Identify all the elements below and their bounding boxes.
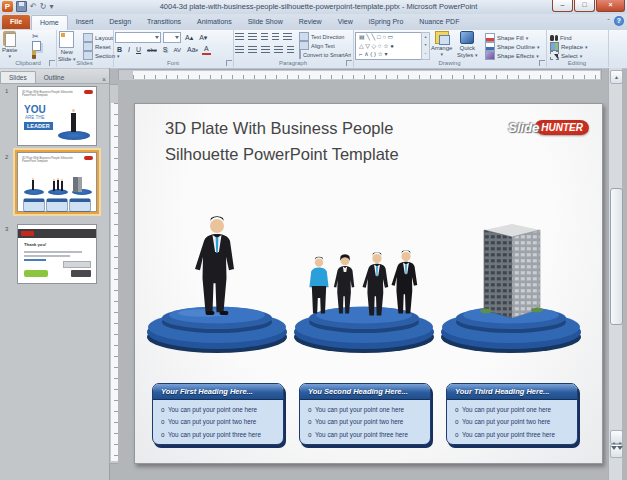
clipboard-dialog-launcher[interactable]: [49, 60, 55, 66]
tab-home[interactable]: Home: [31, 15, 68, 30]
shape-effects-button[interactable]: Shape Effects▾: [485, 51, 540, 60]
pedestal-team[interactable]: [289, 210, 439, 360]
save-icon[interactable]: [16, 1, 27, 12]
find-icon: [550, 35, 558, 41]
slide-title[interactable]: 3D Plate With Business People Silhouette…: [165, 116, 399, 167]
heading-box-1[interactable]: Your First Heading Here... oYou can put …: [152, 383, 284, 445]
vertical-scrollbar[interactable]: ▲: [608, 68, 622, 480]
tab-insert[interactable]: Insert: [68, 14, 102, 29]
shape-fill-button[interactable]: Shape Fill▾: [485, 33, 540, 42]
underline-button[interactable]: U: [134, 45, 143, 55]
businessman-mini: [71, 113, 76, 132]
bullet-item: oYou can put your point two here: [308, 416, 426, 428]
drawing-dialog-launcher[interactable]: [539, 60, 545, 66]
change-case-button[interactable]: Aa▾: [185, 45, 200, 55]
pedestal-businessman[interactable]: [142, 210, 292, 360]
previous-slide-button[interactable]: [610, 430, 623, 444]
minimize-button[interactable]: –: [552, 0, 573, 12]
replace-button[interactable]: Replace▾: [550, 42, 588, 51]
tab-slide-show[interactable]: Slide Show: [240, 14, 291, 29]
heading-box-3[interactable]: Your Third Heading Here... oYou can put …: [446, 383, 578, 445]
text-shadow-button[interactable]: S: [161, 45, 170, 55]
copy-button[interactable]: [32, 41, 41, 50]
redo-icon[interactable]: ↻: [40, 2, 47, 12]
slide-thumbnail-1[interactable]: 3D Plate With Business People Silhouette…: [17, 86, 97, 146]
font-name-combo[interactable]: [115, 32, 161, 43]
tab-file[interactable]: File: [2, 15, 30, 29]
numbering-icon[interactable]: [248, 33, 257, 41]
scroll-up-icon[interactable]: ▲: [610, 70, 623, 84]
header-band-mini: [18, 229, 96, 238]
quick-styles-button[interactable]: Quick Styles ▾: [457, 31, 478, 59]
maximize-button[interactable]: □: [574, 0, 595, 12]
align-right-icon[interactable]: [261, 46, 270, 54]
new-slide-button[interactable]: New Slide ▾: [58, 31, 76, 63]
italic-button[interactable]: I: [126, 45, 132, 55]
slides-pane: Slides Outline × 1 3D Plate With Busines…: [0, 68, 110, 480]
columns-icon[interactable]: [287, 46, 294, 54]
tab-outline-pane[interactable]: Outline: [36, 72, 73, 83]
bullets-icon[interactable]: [235, 33, 244, 41]
text-direction-button[interactable]: Text Direction: [299, 32, 351, 41]
thumb-title: 3D Plate With Business People Silhouette…: [22, 156, 85, 163]
font-size-combo[interactable]: [163, 32, 181, 43]
find-button[interactable]: Find: [550, 33, 588, 42]
pedestal-building[interactable]: [436, 210, 586, 360]
tab-transitions[interactable]: Transitions: [139, 14, 189, 29]
slide-thumbnail-3[interactable]: Thank you!: [17, 224, 97, 284]
convert-to-smartart-button[interactable]: Convert to SmartArt: [299, 50, 351, 59]
powerpoint-app-icon[interactable]: P: [2, 1, 13, 12]
editing-canvas[interactable]: 3D Plate With Business People Silhouette…: [118, 80, 608, 480]
paragraph-dialog-launcher[interactable]: [346, 60, 352, 66]
heading-box-2[interactable]: You Second Heading Here... oYou can put …: [299, 383, 431, 445]
shrink-font-button[interactable]: A▾: [197, 33, 209, 43]
character-spacing-button[interactable]: AV: [171, 45, 183, 55]
quick-access-toolbar: P ↶ ↻ ▾: [2, 1, 53, 12]
next-slide-button[interactable]: [610, 444, 623, 458]
bold-button[interactable]: B: [115, 45, 124, 55]
tab-animations[interactable]: Animations: [189, 14, 240, 29]
shapes-gallery-scrollbar[interactable]: ▴▾⌄: [421, 32, 430, 60]
shape-outline-button[interactable]: Shape Outline▾: [485, 42, 540, 51]
new-slide-icon: [59, 31, 74, 48]
align-left-icon[interactable]: [235, 46, 244, 54]
align-text-button[interactable]: Align Text: [299, 41, 351, 50]
decrease-indent-icon[interactable]: [261, 33, 268, 41]
thumb-text: LEADER: [24, 122, 53, 130]
increase-indent-icon[interactable]: [272, 33, 279, 41]
grow-font-button[interactable]: A▴: [183, 33, 195, 43]
slide-thumbnail-2[interactable]: 3D Plate With Business People Silhouette…: [17, 152, 97, 212]
shape-effects-icon: [485, 51, 495, 60]
justify-icon[interactable]: [274, 46, 283, 54]
undo-icon[interactable]: ↶: [30, 2, 37, 12]
paste-button[interactable]: Paste ▾: [2, 31, 17, 58]
scrollbar-thumb[interactable]: [610, 188, 623, 325]
line-spacing-icon[interactable]: [283, 33, 292, 41]
text-direction-icon: [299, 32, 309, 41]
format-painter-button[interactable]: [32, 50, 41, 59]
shape-gallery-row: △ ▽ ◇ ○ ☆ ●: [359, 42, 423, 51]
help-icon[interactable]: ?: [614, 16, 624, 26]
tab-view[interactable]: View: [330, 14, 361, 29]
tab-review[interactable]: Review: [291, 14, 330, 29]
select-button[interactable]: Select▾: [550, 51, 588, 60]
align-center-icon[interactable]: [248, 46, 257, 54]
font-color-button[interactable]: A: [202, 45, 211, 55]
font-dialog-launcher[interactable]: [226, 60, 232, 66]
paragraph-group: Text Direction Align Text Convert to Sma…: [233, 30, 354, 67]
tab-slides-pane[interactable]: Slides: [0, 71, 36, 83]
shapes-gallery[interactable]: ▤ ╲ ╲ □ ○ ▭ △ ▽ ◇ ○ ☆ ● ⌐ ∧ ( ) ☆ ▾: [355, 32, 424, 60]
tab-ispring-pro[interactable]: iSpring Pro: [361, 14, 412, 29]
green-button-mini: [24, 270, 48, 277]
slide-number: 2: [5, 154, 8, 160]
slide-editing-area[interactable]: 3D Plate With Business People Silhouette…: [134, 103, 603, 464]
collapse-ribbon-icon[interactable]: ˆ: [607, 17, 610, 26]
tab-design[interactable]: Design: [101, 14, 139, 29]
pane-close-icon[interactable]: ×: [102, 76, 106, 83]
tab-nuance-pdf[interactable]: Nuance PDF: [411, 14, 467, 29]
close-button[interactable]: ×: [596, 0, 625, 12]
arrange-button[interactable]: Arrange ▾: [431, 31, 452, 56]
qat-menu-icon[interactable]: ▾: [49, 2, 53, 12]
bullet-item: oYou can put your point three here: [455, 429, 573, 441]
strikethrough-button[interactable]: abc: [145, 45, 159, 55]
